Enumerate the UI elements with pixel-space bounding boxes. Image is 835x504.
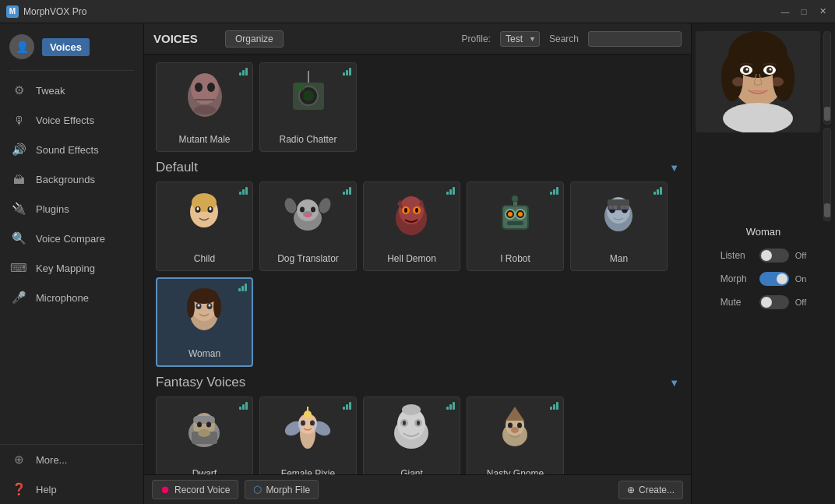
- voice-label-giant: Giant: [400, 468, 423, 474]
- svg-point-16: [210, 207, 212, 210]
- listen-control: Listen Off: [716, 248, 811, 263]
- voices-button[interactable]: Voices: [42, 38, 90, 56]
- voice-img-gnome: [467, 397, 563, 460]
- sidebar-item-plugins[interactable]: 🔌 Plugins: [0, 194, 143, 224]
- minimize-button[interactable]: —: [779, 5, 791, 18]
- voice-card-radio-chatter[interactable]: Radio Chatter: [259, 62, 357, 152]
- sidebar-item-help[interactable]: ❓ Help: [0, 474, 143, 504]
- record-voice-button[interactable]: ⏺ Record Voice: [152, 480, 238, 499]
- sidebar-item-label-key-mapping: Key Mapping: [36, 263, 95, 274]
- sidebar-item-sound-effects[interactable]: 🔊 Sound Effects: [0, 135, 143, 164]
- morph-toggle[interactable]: [759, 272, 789, 286]
- main-content: VOICES Organize Profile: Test Search: [144, 23, 691, 504]
- mute-label: Mute: [720, 297, 753, 308]
- sidebar-item-label-sound-effects: Sound Effects: [36, 144, 99, 156]
- record-icon: ⏺: [160, 484, 171, 495]
- voice-card-child[interactable]: Child: [156, 182, 253, 271]
- plugins-icon: 🔌: [11, 201, 26, 217]
- sidebar-item-microphone[interactable]: 🎤 Microphone: [0, 283, 143, 312]
- svg-point-41: [512, 196, 518, 202]
- svg-point-62: [197, 421, 202, 427]
- voice-img-robot: [467, 182, 563, 245]
- voice-label-dog: Dog Translator: [277, 253, 339, 264]
- voice-preview-image: [696, 31, 820, 132]
- svg-point-38: [518, 212, 523, 217]
- fantasy-grid: Dwarf: [156, 397, 679, 474]
- voice-card-dog-translator[interactable]: Dog Translator: [259, 182, 357, 271]
- sidebar-item-backgrounds[interactable]: 🏔 Backgrounds: [0, 164, 143, 194]
- sidebar-divider-top: [9, 70, 134, 71]
- default-section-header: Default ▼: [156, 160, 679, 175]
- sidebar-item-label-more: More...: [36, 454, 67, 466]
- preview-voice-name: Woman: [746, 226, 781, 238]
- voice-card-giant[interactable]: Giant: [363, 397, 460, 474]
- key-mapping-icon: ⌨: [11, 260, 26, 276]
- fantasy-section-header: Fantasy Voices ▼: [156, 375, 679, 390]
- app-title: MorphVOX Pro: [23, 6, 779, 17]
- restore-button[interactable]: □: [798, 5, 810, 18]
- sidebar-item-more[interactable]: ⊕ More...: [0, 445, 143, 474]
- svg-point-83: [508, 422, 513, 428]
- right-panel-slider-1[interactable]: [823, 31, 831, 125]
- create-label: Create...: [639, 485, 675, 495]
- voice-card-nasty-gnome[interactable]: Nasty Gnome: [467, 397, 564, 474]
- create-button[interactable]: ⊕ Create...: [618, 481, 683, 499]
- help-icon: ❓: [11, 481, 26, 497]
- listen-toggle[interactable]: [759, 248, 789, 263]
- sidebar-item-key-mapping[interactable]: ⌨ Key Mapping: [0, 253, 143, 283]
- sidebar: 👤 Voices ⚙ Tweak 🎙 Voice Effects 🔊 Sound…: [0, 23, 144, 504]
- voice-card-mutant-male[interactable]: Mutant Male: [156, 62, 253, 152]
- fantasy-section-arrow[interactable]: ▼: [669, 377, 679, 389]
- profile-select[interactable]: Test: [500, 31, 540, 47]
- default-grid: Child: [156, 182, 679, 367]
- svg-point-52: [187, 296, 195, 318]
- search-input[interactable]: [588, 31, 682, 47]
- voice-card-hell-demon[interactable]: Hell Demon: [363, 182, 460, 271]
- voice-compare-icon: 🔍: [11, 231, 26, 246]
- sidebar-item-label-plugins: Plugins: [36, 203, 69, 215]
- close-button[interactable]: ✕: [816, 5, 829, 18]
- svg-point-32: [415, 208, 418, 213]
- svg-point-22: [311, 206, 315, 212]
- voice-img-demon: [364, 182, 460, 245]
- sidebar-item-voice-compare[interactable]: 🔍 Voice Compare: [0, 224, 143, 253]
- svg-point-64: [198, 429, 210, 437]
- backgrounds-icon: 🏔: [11, 171, 26, 187]
- right-panel: Woman Listen Off Morph On Mute Off: [691, 23, 835, 504]
- voice-label-child: Child: [194, 253, 215, 264]
- voice-card-i-robot[interactable]: I Robot: [467, 182, 564, 271]
- voice-effects-icon: 🎙: [11, 112, 26, 128]
- sound-effects-icon: 🔊: [11, 142, 26, 157]
- svg-point-84: [517, 422, 522, 428]
- svg-rect-39: [507, 221, 523, 225]
- profile-select-wrap: Test: [500, 31, 540, 47]
- microphone-icon: 🎤: [11, 290, 26, 305]
- svg-point-97: [746, 69, 749, 71]
- voice-card-woman[interactable]: Woman: [156, 277, 253, 367]
- svg-point-8: [303, 90, 314, 101]
- sidebar-item-voice-effects[interactable]: 🎙 Voice Effects: [0, 105, 143, 135]
- morph-toggle-knob: [777, 273, 787, 284]
- svg-point-99: [732, 77, 745, 86]
- mute-toggle[interactable]: [759, 295, 789, 309]
- bottombar: ⏺ Record Voice ⬡ Morph File ⊕ Create...: [144, 474, 691, 504]
- voice-img-mutant: [157, 63, 252, 125]
- mute-control: Mute Off: [716, 295, 811, 309]
- sidebar-item-tweak[interactable]: ⚙ Tweak: [0, 76, 143, 105]
- default-section-arrow[interactable]: ▼: [669, 162, 679, 174]
- voice-card-man[interactable]: Man: [570, 182, 668, 271]
- record-voice-label: Record Voice: [174, 485, 230, 495]
- voice-card-female-pixie[interactable]: Female Pixie: [259, 397, 357, 474]
- organize-button[interactable]: Organize: [225, 30, 284, 48]
- listen-label: Listen: [720, 250, 753, 261]
- morph-file-button[interactable]: ⬡ Morph File: [245, 480, 319, 499]
- morph-status: On: [795, 274, 807, 284]
- svg-point-56: [198, 304, 200, 306]
- voice-card-dwarf[interactable]: Dwarf: [156, 397, 253, 474]
- voice-label-pixie: Female Pixie: [281, 468, 335, 474]
- svg-point-51: [190, 288, 218, 304]
- app-body: 👤 Voices ⚙ Tweak 🎙 Voice Effects 🔊 Sound…: [0, 23, 835, 504]
- svg-point-77: [403, 421, 406, 425]
- right-panel-slider-2[interactable]: [823, 128, 831, 221]
- svg-point-53: [213, 296, 221, 318]
